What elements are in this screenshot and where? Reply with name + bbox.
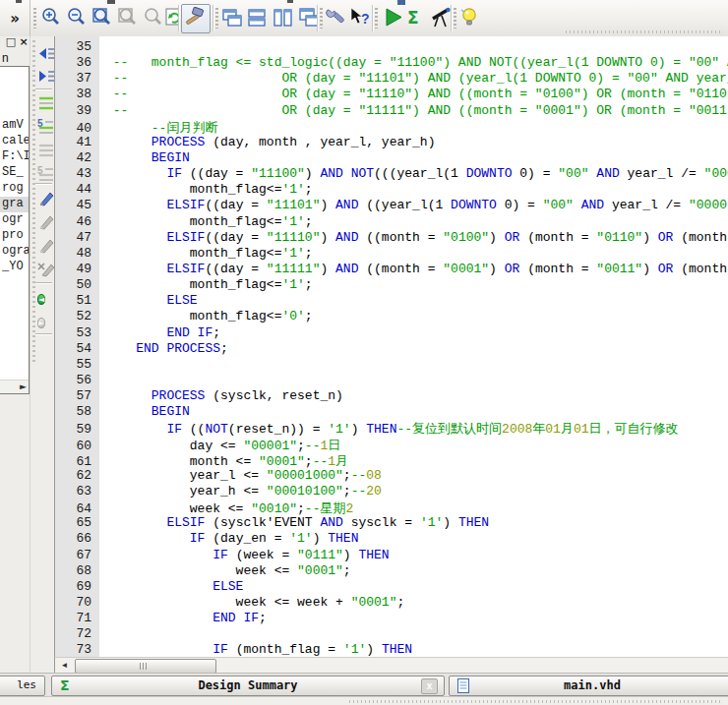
console-list-item[interactable]: ogr (0, 212, 29, 228)
code-line[interactable]: 35 (55, 39, 728, 55)
code-line[interactable]: 48 month_flag<='1'; (55, 246, 728, 262)
code-line[interactable]: 58 BEGIN (55, 404, 728, 420)
toolbar-grip[interactable] (320, 8, 323, 29)
code-line[interactable]: 61 month <= "0001";--1月 (55, 452, 728, 468)
code-line[interactable]: 72 (55, 626, 728, 642)
toolbar-overflow-button[interactable]: » (2, 6, 28, 31)
cascade-windows-icon[interactable] (220, 6, 244, 29)
tab-close-button[interactable]: x (421, 678, 438, 694)
console-list-item[interactable]: ogra (0, 244, 29, 260)
console-list-item[interactable]: amV (0, 118, 29, 134)
code-line[interactable]: 56 (55, 373, 728, 388)
code-line[interactable]: 42 BEGIN (55, 150, 728, 166)
line-number: 44 (55, 182, 99, 197)
bookmark-blue-icon[interactable] (37, 190, 55, 207)
console-list-item[interactable]: _YO (0, 260, 29, 275)
code-line[interactable]: 55 (55, 357, 728, 373)
tab-design-summary[interactable]: Σ Design Summary x (51, 676, 445, 696)
line-number: 63 (55, 484, 99, 499)
code-line[interactable]: 67 IF (week = "0111") THEN (55, 548, 728, 563)
line-number: 67 (55, 548, 99, 562)
code-line[interactable]: 51 ELSE (55, 293, 728, 309)
code-line[interactable]: 62 year_l <= "00001000";--08 (55, 468, 728, 484)
console-list-item[interactable]: cale (0, 134, 29, 149)
console-hscrollbar[interactable]: ► (0, 380, 29, 393)
navigate-back-icon[interactable]: ◄ (37, 288, 55, 306)
hscrollbar-thumb[interactable] (75, 659, 216, 674)
goto-next-icon[interactable] (37, 68, 55, 86)
code-line[interactable]: 49 ELSIF((day = "11111") AND ((month = "… (55, 262, 728, 277)
whats-this-help-icon[interactable]: ? (348, 6, 372, 29)
code-line[interactable]: 41 PROCESS (day, month , year_l, year_h) (55, 135, 728, 150)
code-line[interactable]: 38 -- OR (day = "11110") AND ((month = "… (55, 87, 728, 102)
console-list-item[interactable]: pro (0, 228, 29, 244)
console-list-item[interactable]: rog (0, 181, 29, 197)
code-line[interactable]: 57 PROCESS (sysclk, reset_n) (55, 388, 728, 404)
editor-hscrollbar[interactable]: ◄ (54, 657, 728, 674)
code-line[interactable]: 52 month_flag<='0'; (55, 309, 728, 324)
code-line[interactable]: 59 IF ((NOT(reset_n)) = '1') THEN--复位到默认… (55, 420, 728, 436)
tab-partial-clipped[interactable]: les (0, 676, 45, 696)
build-hammer-button-active[interactable] (181, 4, 211, 33)
scroll-left-arrow-icon[interactable]: ◄ (57, 659, 72, 672)
design-summary-sigma-icon[interactable]: Σ (407, 8, 431, 31)
code-line[interactable]: 47 ELSIF((day = "11110") AND ((month = "… (55, 230, 728, 246)
scroll-right-arrow-icon[interactable]: ► (20, 382, 27, 391)
code-line[interactable]: 64 week <= "0010";--星期2 (55, 499, 728, 515)
run-icon[interactable] (382, 6, 405, 29)
toolbar-separator (212, 5, 214, 31)
code-text: BEGIN (99, 150, 190, 165)
clear-bookmarks-icon-disabled (37, 261, 55, 278)
panel-maximize-button[interactable]: □ (5, 36, 17, 48)
tile-vertical-icon[interactable] (272, 6, 295, 29)
toolbar-grip[interactable] (215, 8, 218, 29)
settings-wrench-icon[interactable] (325, 6, 348, 29)
toolbar-separator (178, 5, 180, 31)
goto-line-5-icon[interactable]: 5 (37, 118, 55, 136)
code-line[interactable]: 70 week <= week + "0001"; (55, 595, 728, 611)
code-editor[interactable]: 3536 -- month_flag <= std_logic((day = "… (54, 36, 728, 657)
code-line[interactable]: 43 IF ((day = "11100") AND NOT(((year_l(… (55, 166, 728, 182)
code-line[interactable]: 69 ELSE (55, 579, 728, 595)
line-markers-green-icon[interactable] (37, 94, 55, 112)
code-line[interactable]: 46 month_flag<='1'; (55, 214, 728, 230)
code-line[interactable]: 53 END IF; (55, 325, 728, 341)
code-line[interactable]: 36 -- month_flag <= std_logic((day = "11… (55, 55, 728, 71)
code-line[interactable]: 71 END IF; (55, 611, 728, 626)
toolbar-grip[interactable] (375, 8, 378, 29)
tile-horizontal-icon[interactable] (246, 6, 270, 29)
line-number: 45 (55, 198, 99, 212)
line-number: 60 (55, 439, 99, 453)
console-list-item[interactable]: F:\IS (0, 149, 29, 165)
toolbar-grip[interactable] (454, 8, 456, 29)
code-line[interactable]: 73 IF (month_flag = '1') THEN (55, 642, 728, 657)
console-list[interactable]: amVcaleF:\ISSE_roggraogrproogra_YO ► (0, 66, 30, 394)
code-line[interactable]: 44 month_flag<='1'; (55, 182, 728, 198)
analyze-telescope-icon[interactable] (429, 6, 453, 29)
code-line[interactable]: 45 ELSIF((day = "11101") AND ((year_l(1 … (55, 198, 728, 213)
goto-previous-icon[interactable] (37, 45, 55, 63)
tab-main-vhd[interactable]: main.vhd (449, 676, 728, 696)
zoom-full-view-icon[interactable] (91, 6, 114, 29)
console-list-item[interactable]: SE_ (0, 165, 29, 181)
code-line[interactable]: 66 IF (day_en = '1') THEN (55, 531, 728, 547)
zoom-out-icon[interactable] (65, 6, 89, 29)
code-line[interactable]: 39 -- OR (day = "11111") AND ((month = "… (55, 103, 728, 119)
code-text: day <= "00001";--1日 (99, 439, 340, 453)
panel-close-button[interactable]: × (18, 36, 30, 48)
code-line[interactable]: 68 week <= "0001"; (55, 563, 728, 579)
code-line[interactable]: 50 month_flag<='1'; (55, 277, 728, 293)
code-line[interactable]: 60 day <= "00001";--1日 (55, 437, 728, 452)
toolbar-grip[interactable] (33, 8, 36, 29)
code-text: END IF; (99, 611, 267, 625)
line-number: 38 (55, 87, 99, 101)
console-list-item[interactable]: gra (0, 197, 29, 212)
code-line[interactable]: 54 END PROCESS; (55, 341, 728, 357)
code-line[interactable]: 37 -- OR (day = "11101") AND (year_l(1 D… (55, 71, 728, 87)
code-line[interactable]: 40 --闰月判断 (55, 119, 728, 135)
code-line[interactable]: 65 ELSIF (sysclk'EVENT AND sysclk = '1')… (55, 515, 728, 531)
code-line[interactable]: 63 year_h <= "00010100";--20 (55, 484, 728, 499)
show-hints-lightbulb-icon[interactable] (458, 6, 482, 29)
code-text: ELSIF((day = "11111") AND ((month = "000… (99, 262, 727, 276)
zoom-in-icon[interactable] (39, 6, 63, 29)
